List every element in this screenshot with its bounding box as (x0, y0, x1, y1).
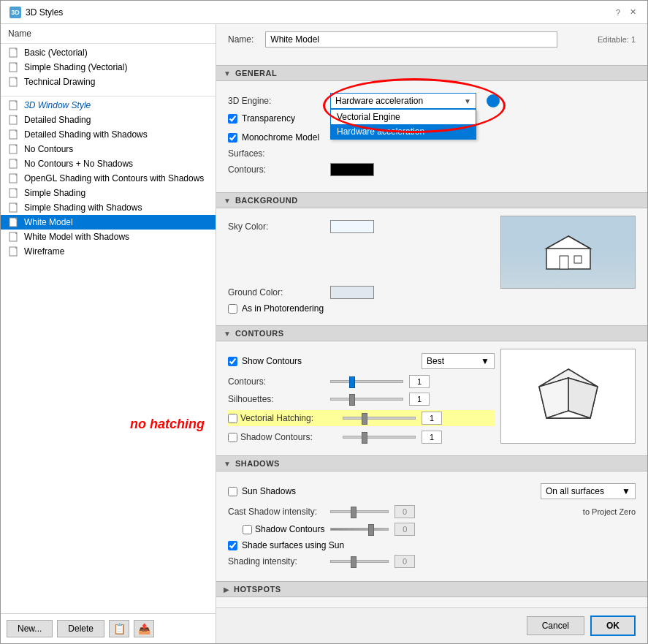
help-button[interactable]: ? (612, 7, 624, 18)
engine-control: Hardware acceleration ▼ Vectorial Engine… (330, 93, 636, 109)
sidebar-item-detailed-shading[interactable]: Detailed Shading (1, 113, 216, 127)
sun-shadows-label: Sun Shadows (242, 486, 296, 496)
photorendering-checkbox[interactable] (228, 304, 237, 314)
vectorial-hatching-slider[interactable] (343, 417, 416, 420)
engine-option-vectorial[interactable]: Vectorial Engine (331, 110, 476, 124)
contours-slider-thumb[interactable] (349, 376, 355, 388)
sidebar-item-opengl-shading[interactable]: OpenGL Shading with Contours with Shadow… (1, 171, 216, 186)
cast-shadow-value: 0 (394, 505, 415, 518)
sidebar-item-label: Wireframe (24, 246, 64, 257)
general-arrow-icon[interactable]: ▼ (224, 69, 231, 77)
contours-section-content: Show Contours Best ▼ Contours: (216, 346, 647, 451)
export-button[interactable]: 📤 (134, 620, 154, 637)
vectorial-hatching-checkbox[interactable] (228, 414, 237, 423)
sidebar-item-no-contours[interactable]: No Contours (1, 142, 216, 156)
contours-quality-dropdown[interactable]: Best ▼ (422, 353, 495, 369)
shadow-contours-shadows-slider-container: 0 (330, 523, 636, 536)
name-row: Name: Editable: 1 (228, 31, 636, 48)
shadow-contours-slider-container: 1 (343, 431, 495, 444)
doc-icon (8, 115, 20, 125)
shading-intensity-slider[interactable] (330, 560, 389, 563)
contours-arrow-icon[interactable]: ▼ (224, 330, 231, 338)
engine-dropdown-menu: Vectorial Engine Hardware acceleration (330, 109, 476, 140)
transparency-label: Transparency (242, 113, 295, 124)
shadow-contours-thumb[interactable] (362, 432, 367, 444)
vectorial-hatching-slider-container: 1 (343, 412, 495, 425)
show-contours-checkbox[interactable] (228, 357, 237, 366)
sidebar-item-label: Detailed Shading (24, 115, 91, 125)
shading-intensity-thumb[interactable] (351, 556, 357, 568)
doc-icon (8, 202, 20, 213)
silhouettes-slider[interactable] (330, 398, 403, 401)
silhouettes-slider-thumb[interactable] (349, 394, 355, 406)
sidebar-item-label: White Model with Shadows (24, 232, 129, 242)
sidebar-item-simple-shading-shadows[interactable]: Simple Shading with Shadows (1, 200, 216, 215)
new-button[interactable]: New... (7, 620, 53, 637)
shadow-contours-shadows-checkbox[interactable] (243, 525, 252, 534)
background-arrow-icon[interactable]: ▼ (224, 197, 231, 205)
doc-icon (8, 188, 20, 198)
shade-sun-checkbox[interactable] (228, 541, 237, 550)
footer-buttons: Cancel OK (216, 607, 647, 643)
contours-value[interactable]: 1 (409, 375, 430, 388)
ok-button[interactable]: OK (590, 615, 636, 636)
sidebar-item-technical-drawing[interactable]: Technical Drawing (1, 75, 216, 89)
shading-intensity-row: Shading intensity: 0 (228, 555, 636, 568)
sidebar-item-wireframe[interactable]: Wireframe (1, 244, 216, 259)
sidebar-item-simple-shading-vectorial[interactable]: Simple Shading (Vectorial) (1, 60, 216, 75)
shadow-contours-checkbox[interactable] (228, 433, 237, 442)
sun-shadows-checkbox[interactable] (228, 487, 237, 496)
vectorial-hatching-value[interactable]: 1 (422, 412, 442, 425)
transparency-checkbox[interactable] (228, 114, 237, 124)
shadow-contours-shadows-slider[interactable] (330, 528, 389, 531)
contours-slider[interactable] (330, 380, 403, 383)
hotspots-section-title: HOTSPOTS (234, 585, 281, 594)
doc-icon (8, 129, 20, 140)
contours-section-header: ▼ CONTOURS (216, 325, 647, 341)
monochrome-checkbox[interactable] (228, 133, 237, 143)
sidebar-item-white-model-shadows[interactable]: White Model with Shadows (1, 230, 216, 244)
contours-preview-svg (528, 363, 609, 429)
sidebar-item-no-contours-no-shadows[interactable]: No Contours + No Shadows (1, 156, 216, 171)
shadow-contours-shadows-thumb[interactable] (368, 524, 374, 536)
delete-button[interactable]: Delete (57, 620, 104, 637)
shadows-arrow-icon[interactable]: ▼ (224, 460, 231, 468)
list-separator (1, 91, 216, 96)
cast-shadow-thumb[interactable] (351, 507, 357, 518)
sidebar-item-3d-window-style[interactable]: 3D Window Style (1, 98, 216, 113)
vectorial-hatching-thumb[interactable] (362, 413, 367, 425)
silhouettes-value[interactable]: 1 (409, 393, 430, 406)
shadow-contours-value[interactable]: 1 (422, 431, 442, 444)
engine-label: 3D Engine: (228, 96, 330, 106)
cancel-button[interactable]: Cancel (527, 616, 584, 635)
cast-shadow-slider[interactable] (330, 510, 389, 513)
sidebar-item-detailed-shading-shadows[interactable]: Detailed Shading with Shadows (1, 127, 216, 142)
contours-color-row: Contours: (228, 163, 636, 176)
sidebar-item-label: Basic (Vectorial) (24, 48, 88, 58)
title-controls: ? ✕ (612, 7, 639, 18)
name-input[interactable] (265, 31, 557, 48)
shadow-contours-label: Shadow Contours: (240, 432, 343, 442)
engine-dropdown[interactable]: Hardware acceleration ▼ (330, 93, 476, 109)
sidebar-item-simple-shading[interactable]: Simple Shading (1, 186, 216, 200)
sidebar-item-basic-vectorial[interactable]: Basic (Vectorial) (1, 45, 216, 60)
shadow-contours-slider[interactable] (343, 436, 416, 439)
shade-sun-row: Shade surfaces using Sun (228, 540, 636, 550)
contours-color-swatch[interactable] (330, 163, 374, 176)
list-header: Name (1, 24, 216, 44)
copy-button[interactable]: 📋 (109, 620, 129, 637)
sidebar-item-white-model[interactable]: White Model (1, 215, 216, 230)
background-section-title: BACKGROUND (235, 196, 298, 205)
engine-option-hardware[interactable]: Hardware acceleration (331, 124, 476, 139)
ground-color-swatch[interactable] (330, 286, 374, 299)
sun-shadows-dropdown[interactable]: On all surfaces ▼ (541, 483, 636, 499)
name-label: Name: (228, 34, 254, 45)
quality-dropdown-arrow-icon: ▼ (481, 356, 489, 366)
doc-icon (8, 48, 20, 58)
form-area: Name: Editable: 1 (216, 24, 647, 61)
sky-color-swatch[interactable] (330, 220, 374, 233)
hotspots-arrow-icon[interactable]: ▶ (224, 586, 229, 594)
close-button[interactable]: ✕ (627, 7, 639, 18)
engine-selected-value: Hardware acceleration (335, 96, 423, 106)
sidebar-item-label: Technical Drawing (24, 77, 95, 87)
